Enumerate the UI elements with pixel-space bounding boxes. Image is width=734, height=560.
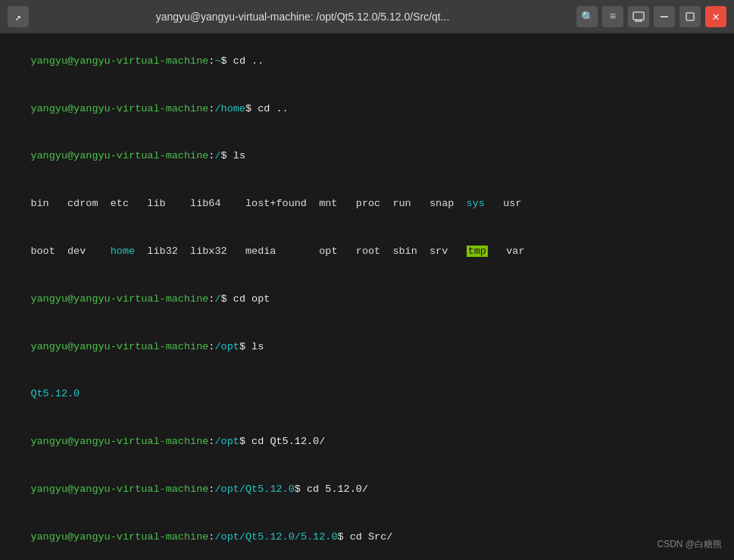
terminal-line-3: yangyu@yangyu-virtual-machine:/$ ls	[6, 133, 728, 181]
terminal-line-2: yangyu@yangyu-virtual-machine:/home$ cd …	[6, 86, 728, 133]
minimize-button[interactable]	[654, 6, 675, 27]
terminal-line-1: yangyu@yangyu-virtual-machine:~$ cd ..	[6, 38, 728, 86]
close-button[interactable]: ✕	[705, 6, 726, 27]
window-title: yangyu@yangyu-virtual-machine: /opt/Qt5.…	[35, 11, 570, 23]
terminal-line-11: yangyu@yangyu-virtual-machine:/opt/Qt5.1…	[6, 514, 728, 560]
title-bar: ↗ yangyu@yangyu-virtual-machine: /opt/Qt…	[0, 0, 734, 33]
terminal-body: yangyu@yangyu-virtual-machine:~$ cd .. y…	[0, 33, 734, 560]
terminal-line-4: bin cdrom etc lib lib64 lost+found mnt p…	[6, 180, 728, 228]
maximize-button[interactable]	[679, 6, 701, 27]
terminal-line-10: yangyu@yangyu-virtual-machine:/opt/Qt5.1…	[6, 466, 728, 514]
search-button[interactable]: 🔍	[576, 6, 598, 27]
screen-share-button[interactable]	[628, 6, 649, 27]
menu-button[interactable]: ≡	[602, 6, 623, 27]
svg-rect-0	[633, 12, 644, 20]
svg-rect-5	[686, 13, 694, 20]
window-controls: 🔍 ≡ ✕	[576, 6, 726, 27]
terminal-line-9: yangyu@yangyu-virtual-machine:/opt$ cd Q…	[6, 418, 728, 466]
terminal-line-6: yangyu@yangyu-virtual-machine:/$ cd opt	[6, 276, 728, 324]
watermark: CSDN @白糖熊	[657, 538, 722, 551]
terminal-line-5: boot dev home lib32 libx32 media opt roo…	[6, 228, 728, 276]
terminal-line-8: Qt5.12.0	[6, 371, 728, 418]
terminal-icon: ↗	[8, 6, 29, 27]
svg-rect-4	[661, 16, 668, 17]
terminal-line-7: yangyu@yangyu-virtual-machine:/opt$ ls	[6, 324, 728, 371]
